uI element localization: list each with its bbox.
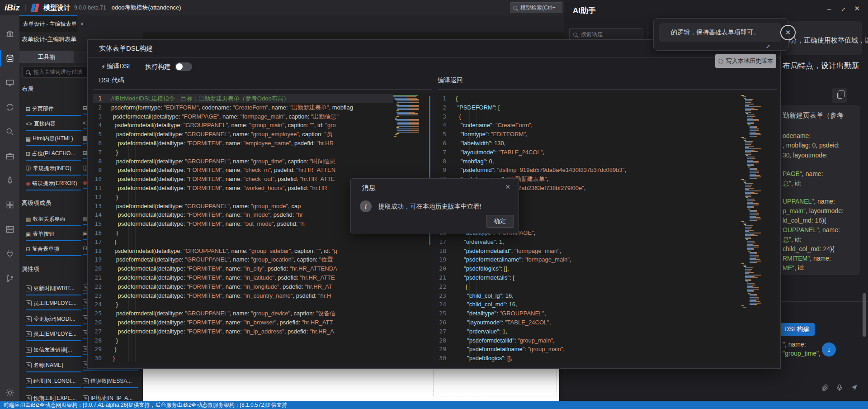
minimize-icon[interactable]: –	[827, 5, 831, 13]
rail-item-database[interactable]	[0, 48, 19, 68]
toolbox-item[interactable]: ▥数据关系界面	[26, 215, 81, 226]
line-number: 17	[93, 238, 111, 247]
line-number: 20	[93, 264, 111, 273]
app-title: 模型设计	[43, 4, 71, 12]
minimap-line	[745, 146, 754, 147]
toolbox-item[interactable]: ✎名称[NAME]	[26, 361, 81, 372]
rail-item-server[interactable]	[0, 219, 19, 239]
minimap-line	[745, 110, 751, 111]
chat-code-fragment: child_col_md: 24){	[783, 245, 834, 252]
microphone-icon[interactable]	[836, 384, 843, 391]
attachment-icon[interactable]	[821, 384, 829, 391]
minimap-line	[747, 241, 755, 242]
minimap-line	[397, 122, 419, 123]
expand-icon[interactable]: ↔	[762, 41, 772, 50]
chat-code-fragment: ld_col_md: 16){	[783, 217, 826, 224]
minimap-line	[750, 211, 757, 212]
minimap-line	[397, 114, 418, 115]
toolbox-item[interactable]: ⓘ常规提示(INFO)	[26, 165, 81, 176]
toolbox-item[interactable]: ⊞占位(PLACEHO...	[26, 150, 81, 161]
dsl-code-line: 13 psdeformdetail(detailtype: "GROUPPANE…	[93, 202, 393, 211]
compile-dsl-button[interactable]: ⚡ 编译DSL	[101, 62, 132, 71]
divider	[88, 57, 780, 58]
minimap-line	[747, 248, 754, 249]
minimap[interactable]	[741, 95, 776, 310]
toolbox-item[interactable]: ✎变更标记[MODI...	[26, 315, 81, 326]
rail-item-briefcase[interactable]	[0, 146, 19, 166]
toolbox-item[interactable]: <>直接内容	[26, 120, 81, 131]
minimap-line	[747, 286, 753, 287]
tab-close-icon[interactable]: ✕	[80, 21, 84, 27]
toolbox-item-label: 短信发送错误[...	[33, 346, 72, 354]
minimap-line	[393, 96, 416, 97]
toolbox-item[interactable]: ✎预期工时[EXPE...	[26, 395, 81, 401]
topic-search-box[interactable]	[569, 28, 642, 41]
minimap-line	[745, 196, 751, 197]
rail-item-sync[interactable]	[0, 97, 19, 117]
minimap-line	[745, 228, 751, 229]
toolbox-item[interactable]: ✎员工[EMPLOYE...	[26, 330, 81, 341]
build-toggle[interactable]	[175, 62, 192, 71]
rail-item-branch[interactable]	[0, 268, 19, 288]
line-number: 21	[438, 273, 456, 282]
rail-item-monitor[interactable]	[0, 73, 19, 93]
tab-toolbox[interactable]: 工具箱	[19, 51, 74, 63]
status-bar: 前端应用由iBiz全动态网页架构：[9.0.7.41-alpha.26]提供支持…	[0, 401, 868, 409]
line-number: 2	[438, 103, 456, 112]
toolbox-section-title: 布局	[22, 85, 33, 93]
rail-item-institution[interactable]	[0, 24, 19, 44]
scroll-to-bottom-button[interactable]: ↓	[822, 342, 836, 357]
tab-form-design[interactable]: 表单设计 - 主编辑表单 ✕	[19, 15, 77, 32]
line-number: 18	[438, 247, 456, 256]
minimap-line	[750, 252, 757, 253]
toolbox-item[interactable]: ✎错误数[MESSA...	[83, 377, 138, 388]
toolbox-item[interactable]: ✎短信发送错误[...	[26, 346, 81, 357]
line-number: 6	[93, 139, 111, 148]
compile-result-line: 20 "psdefdlogics": [],	[438, 264, 737, 273]
rail-item-gear[interactable]	[0, 383, 19, 403]
model-search-box[interactable]	[510, 2, 562, 13]
toolbox-item[interactable]: ✎经度[IN_LONGI...	[26, 377, 81, 388]
topic-search-input[interactable]	[580, 31, 638, 38]
toolbox-item[interactable]: ⊟分页部件	[26, 105, 81, 116]
dialog-close-icon[interactable]: ✕	[505, 183, 510, 190]
close-icon[interactable]: ✕	[854, 5, 860, 13]
placeholder-icon: ⊞	[26, 151, 30, 157]
write-history-button[interactable]: 写入本地历史版本	[715, 54, 776, 68]
copy-button[interactable]	[832, 88, 847, 103]
minimap-line	[747, 157, 755, 157]
send-icon[interactable]	[850, 384, 858, 391]
minimap[interactable]	[392, 95, 422, 139]
rail-item-search[interactable]	[0, 122, 19, 142]
toolbox-item[interactable]: ⊗错误提示(ERROR)	[26, 180, 81, 190]
minimap-line	[745, 186, 751, 187]
line-number: 25	[93, 309, 111, 318]
toolbox-item-label: 直接内容	[34, 120, 56, 128]
toolbox-item[interactable]: ▣表单按钮	[26, 230, 81, 241]
briefcase-icon	[5, 152, 14, 161]
toolbox-item[interactable]: ✎员工[EMPLOYE...	[26, 300, 81, 310]
toolbox-item[interactable]: ✎IP地址[IN_IP_A...	[83, 395, 138, 401]
rail-item-rocket[interactable]	[0, 171, 19, 190]
restore-icon[interactable]: ↔	[837, 3, 848, 14]
line-number: 30	[438, 354, 456, 363]
chat-code-fragment: , mobflag: 0, psdeid:	[783, 142, 840, 149]
rail-item-plug[interactable]	[0, 244, 19, 264]
minimap-line	[745, 104, 754, 105]
toolbox-item[interactable]: ✎更新时间[WRIT...	[26, 285, 81, 295]
line-number: 23	[438, 291, 456, 300]
toolbox-item[interactable]: ▤Html内容(HTML)	[26, 135, 81, 146]
minimap-line	[750, 259, 761, 260]
toolbox-item[interactable]: ⊡复合表单项	[26, 245, 81, 256]
chat-scrollbar[interactable]	[863, 293, 866, 337]
model-search-input[interactable]	[519, 4, 559, 11]
ok-button[interactable]: 确定	[486, 215, 514, 228]
chat-code-fragment: "group_time",	[783, 350, 821, 357]
dismiss-card-button[interactable]: ✕	[780, 25, 796, 40]
code-angle-icon: <>	[26, 121, 32, 127]
minimap-line	[747, 291, 755, 292]
minimap-line	[743, 223, 747, 224]
line-number: 27	[438, 327, 456, 336]
rail-item-grid[interactable]	[0, 195, 19, 215]
dsl-build-button[interactable]: DSL构建	[781, 323, 815, 336]
